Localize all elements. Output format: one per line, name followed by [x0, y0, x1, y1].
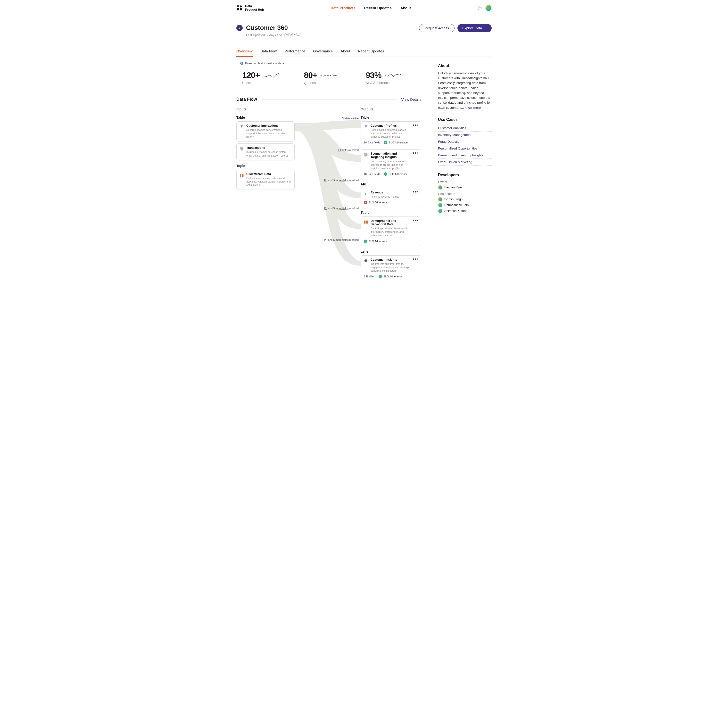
- output-group-heading: Table: [361, 116, 421, 119]
- card-menu-icon[interactable]: •••: [413, 124, 418, 126]
- page-subtitle: Last Updated: 7 days ago DVISSJAK: [246, 33, 302, 38]
- contributor-name: Ishmin Singh: [444, 197, 463, 201]
- output-icon: ▼: [364, 124, 368, 129]
- use-cases-section: Use Cases Customer AnalyticsInventory Ma…: [438, 118, 492, 165]
- use-case-link[interactable]: Personalized Opportunities: [438, 145, 492, 152]
- data-fields-link[interactable]: 10 Data fields: [364, 141, 380, 144]
- slo-ok-icon: ✓: [384, 172, 387, 176]
- stat-users-value: 120+: [242, 70, 260, 80]
- last-updated-text: Last Updated: 7 days ago: [246, 33, 282, 37]
- svg-point-2: [240, 5, 242, 7]
- use-case-link[interactable]: Inventory Management: [438, 132, 492, 138]
- owner-name: Darpan Vyas: [444, 186, 463, 189]
- data-fields-link[interactable]: 3 Entities: [364, 275, 375, 278]
- input-group-heading: Table: [236, 116, 294, 119]
- slo-badge: ✕SLO Adherence: [364, 201, 387, 204]
- tab-data-flow[interactable]: Data Flow: [260, 46, 277, 57]
- output-icon: ◉: [364, 258, 368, 263]
- help-icon[interactable]: ?: [477, 6, 482, 10]
- tab-overview[interactable]: Overview: [236, 46, 252, 57]
- avatar-icon: [438, 197, 442, 202]
- output-card[interactable]: ◉Customer InsightsInsights into customer…: [361, 255, 421, 281]
- contributor-row: Animesh Kumar: [438, 209, 492, 213]
- output-card[interactable]: ▼Customer ProfilesConsolidating data fro…: [361, 121, 421, 148]
- stat-slo-value: 93%: [366, 70, 381, 80]
- avatar-icon: [438, 203, 442, 207]
- avatar-icon: [438, 209, 442, 213]
- tab-recent-updates[interactable]: Recent Updates: [358, 46, 384, 57]
- top-nav: DataProduct Hub Data ProductsRecent Upda…: [236, 0, 492, 15]
- tab-about[interactable]: About: [341, 46, 350, 57]
- main-column: i Based on last 2 weeks of data 120+ Use…: [236, 62, 421, 283]
- page-header: ‹ Customer 360 Last Updated: 7 days ago …: [236, 15, 492, 40]
- know-more-link[interactable]: know more: [465, 106, 481, 109]
- nav-link-about[interactable]: About: [400, 6, 411, 10]
- output-card[interactable]: ▮▮Demographic and Behavioral DataCapturi…: [361, 216, 421, 246]
- data-fields-link[interactable]: 16 Data fields: [364, 173, 380, 176]
- use-case-link[interactable]: Demand and Inventory Insights: [438, 152, 492, 159]
- brand[interactable]: DataProduct Hub: [236, 4, 264, 12]
- nav-link-recent-updates[interactable]: Recent Updates: [364, 6, 392, 10]
- dataflow-canvas: Inputs Table▼Customer InteractionsRecord…: [236, 107, 421, 283]
- stat-queries: 80+ Queries: [298, 68, 360, 87]
- spark-slo-icon: [385, 72, 402, 78]
- card-title: Transactions: [246, 146, 291, 149]
- detail-tabs: OverviewData FlowPerformanceGovernanceAb…: [236, 46, 492, 57]
- outputs-heading: Outputs: [361, 107, 421, 111]
- slo-ok-icon: ✓: [379, 275, 382, 278]
- slo-badge: ✓SLO Adherence: [384, 172, 408, 176]
- nav-right: ?: [477, 5, 492, 11]
- use-case-link[interactable]: Customer Analytics: [438, 125, 492, 132]
- spark-queries-icon: [320, 72, 338, 78]
- card-desc: Fetching revenue metrics: [371, 195, 410, 198]
- owner-subheading: Owner: [438, 180, 492, 184]
- explore-data-button[interactable]: Explore Data⌄: [457, 24, 492, 32]
- card-menu-icon[interactable]: •••: [413, 258, 418, 260]
- output-card[interactable]: ⇄RevenueFetching revenue metrics•••✕SLO …: [361, 188, 421, 207]
- card-menu-icon[interactable]: •••: [413, 219, 418, 221]
- card-title: Revenue: [371, 191, 410, 194]
- nav-link-data-products[interactable]: Data Products: [331, 6, 355, 10]
- user-avatar[interactable]: [485, 5, 492, 11]
- input-card[interactable]: ▮▮Clickstream DataCollection of user int…: [236, 170, 294, 190]
- side-panel: About Unlock a panoramic view of your cu…: [431, 62, 492, 283]
- inputs-heading: Inputs: [236, 107, 294, 111]
- view-details-link[interactable]: View Details: [402, 97, 421, 102]
- contributor-chip: AK: [296, 33, 302, 38]
- tab-governance[interactable]: Governance: [313, 46, 333, 57]
- back-button[interactable]: ‹: [236, 25, 243, 31]
- brand-logo-icon: [236, 5, 243, 11]
- card-desc: Consolidating data from various sources …: [371, 160, 410, 170]
- use-case-link[interactable]: Event-Driven Marketing: [438, 159, 492, 165]
- use-case-link[interactable]: Fraud Detection: [438, 138, 492, 145]
- slo-fail-icon: ✕: [364, 201, 367, 204]
- flow-edges: All data visiblePII fields maskedPII and…: [294, 107, 361, 283]
- about-text: Unlock a panoramic view of your customer…: [438, 71, 492, 110]
- tab-performance[interactable]: Performance: [284, 46, 305, 57]
- input-card[interactable]: 🐘TransactionsIncludes customer purchase …: [236, 144, 294, 160]
- nav-links: Data ProductsRecent UpdatesAbout: [331, 6, 411, 10]
- svg-rect-3: [240, 8, 242, 10]
- card-menu-icon[interactable]: •••: [413, 191, 418, 193]
- stat-users: 120+ Users: [236, 68, 298, 87]
- source-icon: ▼: [239, 124, 244, 129]
- output-card[interactable]: 🐘Segmentation and Targeting InsightsCons…: [361, 149, 421, 179]
- output-group-heading: Lens: [361, 250, 421, 253]
- slo-ok-icon: ✓: [364, 239, 367, 243]
- request-access-button[interactable]: Request Access: [419, 24, 454, 32]
- about-section: About Unlock a panoramic view of your cu…: [438, 64, 492, 110]
- card-title: Customer Profiles: [371, 124, 410, 128]
- stats-note: i Based on last 2 weeks of data: [236, 62, 421, 65]
- output-icon: 🐘: [364, 152, 368, 157]
- card-menu-icon[interactable]: •••: [413, 152, 418, 154]
- output-group-heading: API: [361, 182, 421, 186]
- card-title: Clickstream Data: [246, 172, 291, 176]
- contributor-chips: DVISSJAK: [284, 33, 302, 38]
- card-desc: Includes customer purchase history, orde…: [246, 150, 291, 157]
- page-title: Customer 360: [246, 24, 302, 32]
- card-desc: Insights into customer trends, engagemen…: [371, 262, 410, 273]
- outputs-column: Outputs Table▼Customer ProfilesConsolida…: [361, 107, 421, 283]
- input-card[interactable]: ▼Customer InteractionsRecords of sales c…: [236, 121, 294, 142]
- slo-badge: ✓SLO Adherence: [364, 239, 387, 243]
- stat-users-label: Users: [242, 81, 292, 85]
